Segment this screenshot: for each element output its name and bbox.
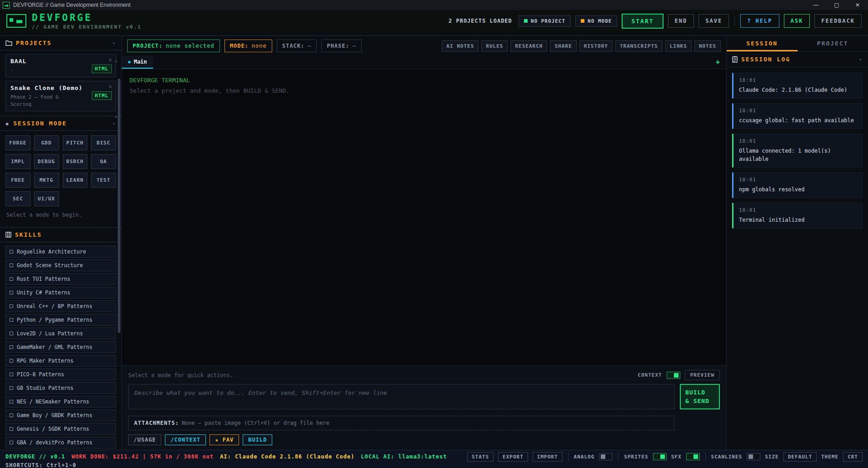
- fav-button[interactable]: ★ FAV: [210, 434, 239, 445]
- tab-main-terminal[interactable]: ● Main: [122, 56, 153, 69]
- skill-item[interactable]: Roguelike Architecture: [5, 246, 116, 258]
- terminal-output[interactable]: DEVFORGE TERMINAL Select a project and m…: [122, 69, 726, 365]
- sfx-label: SFX: [671, 454, 682, 460]
- skill-item[interactable]: Unreal C++ / BP Patterns: [5, 300, 116, 312]
- checkbox-icon[interactable]: [10, 291, 13, 294]
- mode-button-mktg[interactable]: MKTG: [34, 173, 59, 188]
- context-command-button[interactable]: /CONTEXT: [165, 434, 206, 445]
- mode-button-test[interactable]: TEST: [91, 173, 116, 188]
- build-button[interactable]: BUILD: [243, 434, 272, 445]
- mode-button-impl[interactable]: IMPL: [5, 154, 30, 169]
- skill-item[interactable]: NES / NESmaker Patterns: [5, 396, 116, 408]
- project-card[interactable]: BAAL - x HTML: [5, 54, 116, 77]
- prompt-input[interactable]: [128, 384, 674, 409]
- theme-crt-button[interactable]: CRT: [843, 452, 863, 462]
- skill-item[interactable]: RPG Maker Patterns: [5, 355, 116, 367]
- save-button[interactable]: SAVE: [698, 14, 729, 28]
- end-button[interactable]: END: [668, 14, 694, 28]
- stats-button[interactable]: STATS: [467, 452, 494, 462]
- size-default-button[interactable]: DEFAULT: [783, 452, 817, 462]
- checkbox-icon[interactable]: [10, 400, 13, 403]
- tab-project[interactable]: PROJECT: [798, 36, 868, 51]
- log-message: Terminal initialized: [739, 216, 857, 224]
- usage-button[interactable]: /USAGE: [128, 434, 161, 445]
- checkbox-icon[interactable]: [10, 427, 13, 431]
- minimize-icon[interactable]: —: [805, 0, 826, 10]
- maximize-icon[interactable]: ▢: [826, 0, 847, 10]
- checkbox-icon[interactable]: [10, 373, 13, 376]
- checkbox-icon[interactable]: [10, 386, 13, 390]
- skill-item[interactable]: GBA / devkitPro Patterns: [5, 437, 116, 448]
- tab-transcripts[interactable]: TRANSCRIPTS: [615, 40, 663, 52]
- shortcuts-value: Ctrl+1-0: [46, 462, 76, 468]
- skill-item[interactable]: PICO-8 Patterns: [5, 368, 116, 380]
- tab-history[interactable]: HISTORY: [579, 40, 613, 52]
- mode-button-pitch[interactable]: PITCH: [63, 135, 88, 150]
- mode-button-forge[interactable]: FORGE: [5, 135, 30, 150]
- checkbox-icon[interactable]: [10, 441, 13, 444]
- preview-button[interactable]: PREVIEW: [685, 370, 720, 380]
- sidebar-scrollbar[interactable]: [118, 79, 120, 333]
- tab-research[interactable]: RESEARCH: [510, 40, 547, 52]
- ask-button[interactable]: ASK: [784, 14, 810, 28]
- project-card[interactable]: Snake Clone (Demo) Phase 2 — Food & Scor…: [5, 81, 116, 111]
- tab-ai-notes[interactable]: AI NOTES: [442, 40, 479, 52]
- mode-button-rsrch[interactable]: RSRCH: [63, 154, 88, 169]
- mode-button-free[interactable]: FREE: [5, 173, 30, 188]
- help-button[interactable]: ? HELP: [740, 14, 779, 28]
- checkbox-icon[interactable]: [10, 359, 13, 363]
- checkbox-icon[interactable]: [10, 264, 13, 267]
- checkbox-icon[interactable]: [10, 304, 13, 308]
- chevron-down-icon[interactable]: ▾: [859, 57, 863, 62]
- skill-item[interactable]: Love2D / Lua Patterns: [5, 328, 116, 339]
- scroll-down-icon[interactable]: ▼: [115, 115, 117, 119]
- skill-item[interactable]: GB Studio Patterns: [5, 382, 116, 394]
- tab-rules[interactable]: RULES: [481, 40, 508, 52]
- terminal-hint: Select a project and mode, then BUILD & …: [130, 85, 718, 96]
- skill-item[interactable]: Python / Pygame Patterns: [5, 314, 116, 326]
- skill-item[interactable]: Game Boy / GBDK Patterns: [5, 409, 116, 421]
- checkbox-icon[interactable]: [10, 332, 13, 335]
- mode-button-sec[interactable]: SEC: [5, 191, 30, 206]
- close-project-icon[interactable]: x: [109, 57, 112, 63]
- analog-toggle[interactable]: [599, 453, 613, 460]
- mode-button-qa[interactable]: QA: [91, 154, 116, 169]
- scroll-up-icon[interactable]: ▲: [115, 59, 117, 63]
- export-button[interactable]: EXPORT: [498, 452, 528, 462]
- checkbox-icon[interactable]: [10, 413, 13, 417]
- import-button[interactable]: IMPORT: [533, 452, 563, 462]
- skill-item[interactable]: Rust TUI Patterns: [5, 273, 116, 285]
- close-project-icon[interactable]: x: [109, 84, 112, 90]
- build-and-send-button[interactable]: BUILD & SEND: [680, 384, 720, 409]
- tab-notes[interactable]: NOTES: [694, 40, 721, 52]
- mode-button-uiux[interactable]: UI/UX: [34, 191, 59, 206]
- chevron-down-icon[interactable]: ▾: [113, 121, 116, 126]
- feedback-button[interactable]: FEEDBACK: [814, 14, 862, 28]
- skill-item[interactable]: Godot Scene Structure: [5, 259, 116, 271]
- tab-links[interactable]: LINKS: [665, 40, 692, 52]
- tab-share[interactable]: SHARE: [550, 40, 576, 52]
- skill-item[interactable]: GameMaker / GML Patterns: [5, 341, 116, 353]
- mode-button-debug[interactable]: DEBUG: [34, 154, 59, 169]
- checkbox-icon[interactable]: [10, 345, 13, 349]
- context-toggle[interactable]: [667, 372, 680, 379]
- tab-session[interactable]: SESSION: [727, 36, 798, 51]
- terminal-banner: DEVFORGE TERMINAL: [130, 75, 718, 85]
- mode-button-disc[interactable]: DISC: [91, 135, 116, 150]
- start-button[interactable]: START: [622, 14, 663, 29]
- sprites-toggle[interactable]: [653, 453, 667, 460]
- close-icon[interactable]: ✕: [847, 0, 868, 10]
- mode-button-gdd[interactable]: GDD: [34, 135, 59, 150]
- sfx-toggle[interactable]: [686, 453, 700, 460]
- scanlines-toggle[interactable]: [747, 453, 760, 460]
- skill-item[interactable]: Genesis / SGDK Patterns: [5, 423, 116, 435]
- chevron-down-icon[interactable]: ▾: [113, 41, 116, 45]
- checkbox-icon[interactable]: [10, 318, 13, 322]
- checkbox-icon[interactable]: [10, 277, 13, 281]
- mode-button-learn[interactable]: LEARN: [63, 173, 88, 188]
- log-message: Claude Code: 2.1.86 (Claude Code): [739, 86, 857, 94]
- attachments-dropzone[interactable]: ATTACHMENTS:None — paste image (Ctrl+V) …: [128, 416, 674, 430]
- skill-item[interactable]: Unity C# Patterns: [5, 287, 116, 299]
- checkbox-icon[interactable]: [10, 250, 13, 254]
- new-tab-button[interactable]: +: [709, 58, 726, 66]
